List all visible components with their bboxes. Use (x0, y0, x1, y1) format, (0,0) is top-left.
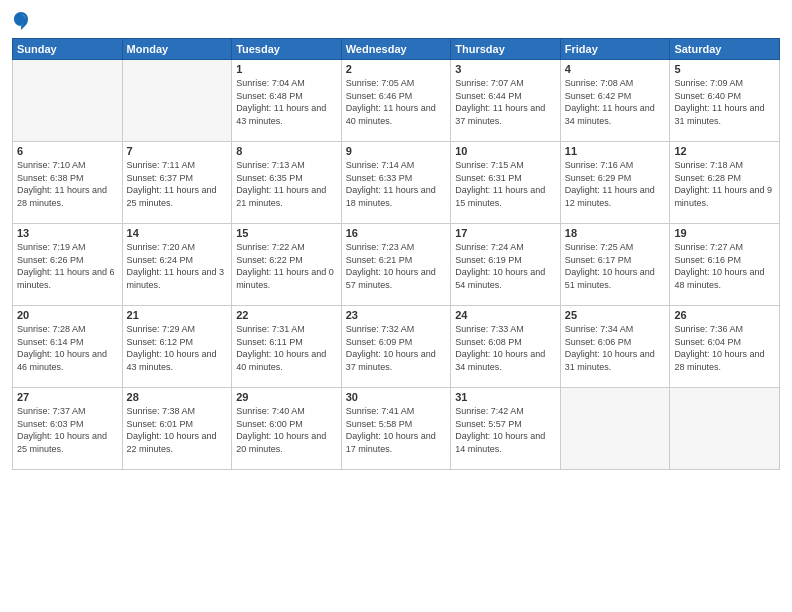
day-number: 11 (565, 145, 666, 157)
day-number: 30 (346, 391, 447, 403)
day-header-monday: Monday (122, 39, 232, 60)
day-number: 25 (565, 309, 666, 321)
day-cell: 2Sunrise: 7:05 AM Sunset: 6:46 PM Daylig… (341, 60, 451, 142)
day-number: 9 (346, 145, 447, 157)
day-header-friday: Friday (560, 39, 670, 60)
day-info: Sunrise: 7:28 AM Sunset: 6:14 PM Dayligh… (17, 323, 118, 373)
logo (12, 10, 34, 32)
day-number: 14 (127, 227, 228, 239)
day-cell (13, 60, 123, 142)
day-number: 19 (674, 227, 775, 239)
day-number: 15 (236, 227, 337, 239)
header-row: SundayMondayTuesdayWednesdayThursdayFrid… (13, 39, 780, 60)
day-cell: 17Sunrise: 7:24 AM Sunset: 6:19 PM Dayli… (451, 224, 561, 306)
day-info: Sunrise: 7:15 AM Sunset: 6:31 PM Dayligh… (455, 159, 556, 209)
day-number: 8 (236, 145, 337, 157)
day-number: 26 (674, 309, 775, 321)
day-cell: 14Sunrise: 7:20 AM Sunset: 6:24 PM Dayli… (122, 224, 232, 306)
day-cell: 5Sunrise: 7:09 AM Sunset: 6:40 PM Daylig… (670, 60, 780, 142)
day-info: Sunrise: 7:38 AM Sunset: 6:01 PM Dayligh… (127, 405, 228, 455)
logo-icon (12, 10, 30, 32)
day-cell: 27Sunrise: 7:37 AM Sunset: 6:03 PM Dayli… (13, 388, 123, 470)
day-info: Sunrise: 7:09 AM Sunset: 6:40 PM Dayligh… (674, 77, 775, 127)
day-cell: 11Sunrise: 7:16 AM Sunset: 6:29 PM Dayli… (560, 142, 670, 224)
day-number: 13 (17, 227, 118, 239)
day-number: 29 (236, 391, 337, 403)
day-info: Sunrise: 7:20 AM Sunset: 6:24 PM Dayligh… (127, 241, 228, 291)
day-info: Sunrise: 7:27 AM Sunset: 6:16 PM Dayligh… (674, 241, 775, 291)
day-number: 7 (127, 145, 228, 157)
day-cell: 23Sunrise: 7:32 AM Sunset: 6:09 PM Dayli… (341, 306, 451, 388)
day-info: Sunrise: 7:07 AM Sunset: 6:44 PM Dayligh… (455, 77, 556, 127)
day-cell: 1Sunrise: 7:04 AM Sunset: 6:48 PM Daylig… (232, 60, 342, 142)
calendar-page: SundayMondayTuesdayWednesdayThursdayFrid… (0, 0, 792, 612)
day-cell: 28Sunrise: 7:38 AM Sunset: 6:01 PM Dayli… (122, 388, 232, 470)
day-info: Sunrise: 7:16 AM Sunset: 6:29 PM Dayligh… (565, 159, 666, 209)
header (12, 10, 780, 32)
day-number: 27 (17, 391, 118, 403)
day-cell: 7Sunrise: 7:11 AM Sunset: 6:37 PM Daylig… (122, 142, 232, 224)
day-number: 4 (565, 63, 666, 75)
day-cell (560, 388, 670, 470)
day-number: 22 (236, 309, 337, 321)
day-info: Sunrise: 7:29 AM Sunset: 6:12 PM Dayligh… (127, 323, 228, 373)
day-cell: 26Sunrise: 7:36 AM Sunset: 6:04 PM Dayli… (670, 306, 780, 388)
day-info: Sunrise: 7:33 AM Sunset: 6:08 PM Dayligh… (455, 323, 556, 373)
day-cell: 12Sunrise: 7:18 AM Sunset: 6:28 PM Dayli… (670, 142, 780, 224)
week-row-5: 27Sunrise: 7:37 AM Sunset: 6:03 PM Dayli… (13, 388, 780, 470)
day-cell: 25Sunrise: 7:34 AM Sunset: 6:06 PM Dayli… (560, 306, 670, 388)
day-number: 18 (565, 227, 666, 239)
day-header-saturday: Saturday (670, 39, 780, 60)
day-number: 23 (346, 309, 447, 321)
day-info: Sunrise: 7:41 AM Sunset: 5:58 PM Dayligh… (346, 405, 447, 455)
day-cell: 10Sunrise: 7:15 AM Sunset: 6:31 PM Dayli… (451, 142, 561, 224)
day-number: 20 (17, 309, 118, 321)
day-header-sunday: Sunday (13, 39, 123, 60)
week-row-4: 20Sunrise: 7:28 AM Sunset: 6:14 PM Dayli… (13, 306, 780, 388)
day-cell: 30Sunrise: 7:41 AM Sunset: 5:58 PM Dayli… (341, 388, 451, 470)
day-info: Sunrise: 7:31 AM Sunset: 6:11 PM Dayligh… (236, 323, 337, 373)
day-number: 6 (17, 145, 118, 157)
week-row-3: 13Sunrise: 7:19 AM Sunset: 6:26 PM Dayli… (13, 224, 780, 306)
day-info: Sunrise: 7:25 AM Sunset: 6:17 PM Dayligh… (565, 241, 666, 291)
day-info: Sunrise: 7:05 AM Sunset: 6:46 PM Dayligh… (346, 77, 447, 127)
day-number: 24 (455, 309, 556, 321)
day-cell: 3Sunrise: 7:07 AM Sunset: 6:44 PM Daylig… (451, 60, 561, 142)
day-info: Sunrise: 7:32 AM Sunset: 6:09 PM Dayligh… (346, 323, 447, 373)
day-cell: 18Sunrise: 7:25 AM Sunset: 6:17 PM Dayli… (560, 224, 670, 306)
day-info: Sunrise: 7:10 AM Sunset: 6:38 PM Dayligh… (17, 159, 118, 209)
day-cell: 22Sunrise: 7:31 AM Sunset: 6:11 PM Dayli… (232, 306, 342, 388)
day-cell: 4Sunrise: 7:08 AM Sunset: 6:42 PM Daylig… (560, 60, 670, 142)
day-header-tuesday: Tuesday (232, 39, 342, 60)
day-cell: 20Sunrise: 7:28 AM Sunset: 6:14 PM Dayli… (13, 306, 123, 388)
day-cell: 16Sunrise: 7:23 AM Sunset: 6:21 PM Dayli… (341, 224, 451, 306)
day-number: 5 (674, 63, 775, 75)
day-cell: 24Sunrise: 7:33 AM Sunset: 6:08 PM Dayli… (451, 306, 561, 388)
day-info: Sunrise: 7:36 AM Sunset: 6:04 PM Dayligh… (674, 323, 775, 373)
day-cell: 8Sunrise: 7:13 AM Sunset: 6:35 PM Daylig… (232, 142, 342, 224)
day-cell: 19Sunrise: 7:27 AM Sunset: 6:16 PM Dayli… (670, 224, 780, 306)
day-header-thursday: Thursday (451, 39, 561, 60)
day-info: Sunrise: 7:13 AM Sunset: 6:35 PM Dayligh… (236, 159, 337, 209)
calendar-table: SundayMondayTuesdayWednesdayThursdayFrid… (12, 38, 780, 470)
day-info: Sunrise: 7:24 AM Sunset: 6:19 PM Dayligh… (455, 241, 556, 291)
day-info: Sunrise: 7:42 AM Sunset: 5:57 PM Dayligh… (455, 405, 556, 455)
day-number: 3 (455, 63, 556, 75)
day-info: Sunrise: 7:11 AM Sunset: 6:37 PM Dayligh… (127, 159, 228, 209)
day-cell: 13Sunrise: 7:19 AM Sunset: 6:26 PM Dayli… (13, 224, 123, 306)
day-number: 1 (236, 63, 337, 75)
day-info: Sunrise: 7:22 AM Sunset: 6:22 PM Dayligh… (236, 241, 337, 291)
day-cell: 21Sunrise: 7:29 AM Sunset: 6:12 PM Dayli… (122, 306, 232, 388)
day-info: Sunrise: 7:19 AM Sunset: 6:26 PM Dayligh… (17, 241, 118, 291)
day-number: 16 (346, 227, 447, 239)
week-row-1: 1Sunrise: 7:04 AM Sunset: 6:48 PM Daylig… (13, 60, 780, 142)
day-cell: 15Sunrise: 7:22 AM Sunset: 6:22 PM Dayli… (232, 224, 342, 306)
day-number: 10 (455, 145, 556, 157)
day-info: Sunrise: 7:34 AM Sunset: 6:06 PM Dayligh… (565, 323, 666, 373)
day-info: Sunrise: 7:08 AM Sunset: 6:42 PM Dayligh… (565, 77, 666, 127)
day-number: 28 (127, 391, 228, 403)
day-cell (670, 388, 780, 470)
day-number: 31 (455, 391, 556, 403)
day-info: Sunrise: 7:18 AM Sunset: 6:28 PM Dayligh… (674, 159, 775, 209)
day-info: Sunrise: 7:14 AM Sunset: 6:33 PM Dayligh… (346, 159, 447, 209)
